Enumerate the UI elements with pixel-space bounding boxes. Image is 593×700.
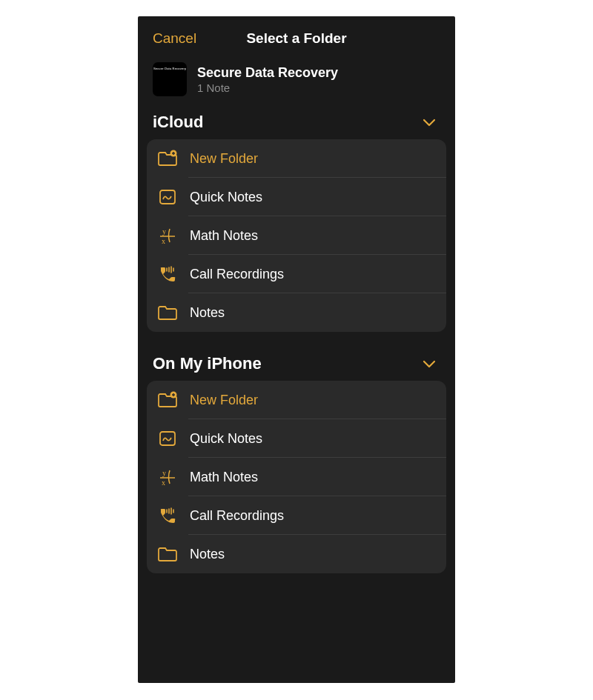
note-meta: Secure Data Recovery 1 Note [197, 65, 338, 94]
item-label: Math Notes [190, 228, 258, 244]
folder-list-iphone: New Folder Quick Notes yx Math Notes Cal… [147, 381, 446, 573]
folder-item-call-recordings[interactable]: Call Recordings [147, 255, 446, 293]
item-label: Call Recordings [190, 508, 284, 524]
note-thumbnail-text: Secure Data Recovery [153, 67, 186, 70]
svg-rect-1 [160, 190, 175, 204]
new-folder-icon [157, 149, 178, 168]
section-header-iphone[interactable]: On My iPhone [138, 348, 455, 381]
svg-text:y: y [162, 227, 166, 236]
new-folder-button[interactable]: New Folder [147, 139, 446, 178]
folder-list-icloud: New Folder Quick Notes yx Math Notes Cal… [147, 139, 446, 332]
folder-item-math-notes[interactable]: yx Math Notes [147, 216, 446, 255]
math-notes-icon: yx [157, 226, 178, 245]
svg-text:y: y [162, 469, 166, 477]
folder-item-notes[interactable]: Notes [147, 535, 446, 573]
note-title: Secure Data Recovery [197, 65, 338, 81]
note-subtitle: 1 Note [197, 81, 338, 94]
folder-item-quick-notes[interactable]: Quick Notes [147, 178, 446, 216]
cancel-button[interactable]: Cancel [153, 30, 196, 47]
svg-text:x: x [162, 237, 165, 244]
math-notes-icon: yx [157, 467, 178, 487]
folder-item-quick-notes[interactable]: Quick Notes [147, 419, 446, 458]
chevron-down-icon[interactable] [423, 119, 436, 127]
page-title: Select a Folder [246, 30, 346, 47]
item-label: Quick Notes [190, 431, 262, 447]
item-label: Call Recordings [190, 267, 284, 282]
folder-item-notes[interactable]: Notes [147, 293, 446, 332]
item-label: Notes [190, 547, 225, 562]
section-header-icloud[interactable]: iCloud [138, 107, 455, 139]
call-recordings-icon [157, 264, 178, 284]
note-preview-row: Secure Data Recovery Secure Data Recover… [138, 56, 455, 107]
call-recordings-icon [157, 506, 178, 525]
item-label: Notes [190, 305, 225, 321]
chevron-down-icon[interactable] [423, 360, 436, 368]
quick-notes-icon [157, 429, 178, 448]
folder-icon [157, 303, 178, 322]
section-title: iCloud [153, 113, 203, 132]
item-label: Quick Notes [190, 190, 262, 205]
svg-text:x: x [162, 479, 165, 486]
header: Cancel Select a Folder [138, 16, 455, 56]
item-label: New Folder [190, 151, 258, 167]
svg-rect-5 [160, 432, 175, 445]
phone-frame: Cancel Select a Folder Secure Data Recov… [138, 16, 455, 683]
note-thumbnail: Secure Data Recovery [153, 62, 187, 96]
new-folder-button[interactable]: New Folder [147, 381, 446, 419]
quick-notes-icon [157, 187, 178, 207]
folder-icon [157, 544, 178, 564]
item-label: Math Notes [190, 470, 258, 485]
new-folder-icon [157, 390, 178, 410]
folder-item-call-recordings[interactable]: Call Recordings [147, 496, 446, 535]
item-label: New Folder [190, 393, 258, 408]
folder-item-math-notes[interactable]: yx Math Notes [147, 458, 446, 496]
section-title: On My iPhone [153, 354, 262, 373]
